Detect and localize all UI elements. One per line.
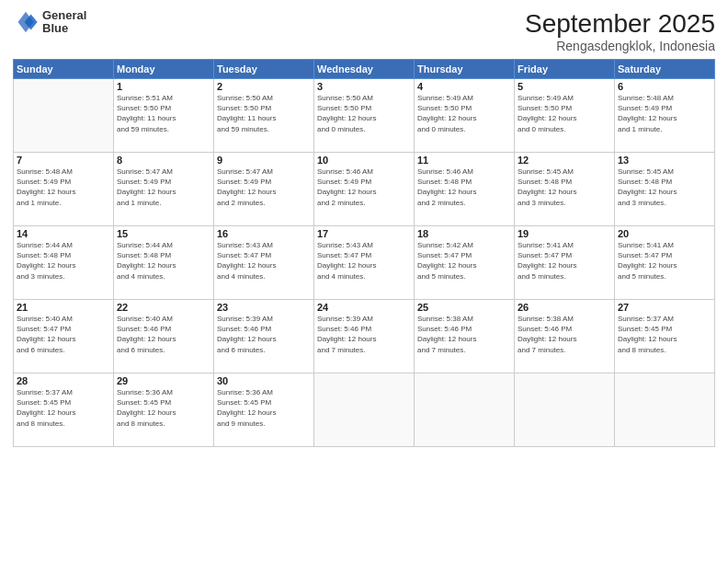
calendar-cell: 2Sunrise: 5:50 AM Sunset: 5:50 PM Daylig… <box>214 79 314 153</box>
day-number: 10 <box>317 155 411 166</box>
day-number: 6 <box>618 81 711 92</box>
day-number: 5 <box>518 81 611 92</box>
header-cell-sunday: Sunday <box>14 60 114 79</box>
calendar-cell: 23Sunrise: 5:39 AM Sunset: 5:46 PM Dayli… <box>214 300 314 373</box>
day-info: Sunrise: 5:43 AM Sunset: 5:47 PM Dayligh… <box>317 240 411 282</box>
day-info: Sunrise: 5:44 AM Sunset: 5:48 PM Dayligh… <box>117 240 210 282</box>
day-number: 27 <box>618 302 711 313</box>
day-number: 14 <box>17 228 110 239</box>
day-info: Sunrise: 5:46 AM Sunset: 5:48 PM Dayligh… <box>417 167 511 208</box>
calendar-cell: 10Sunrise: 5:46 AM Sunset: 5:49 PM Dayli… <box>314 153 415 226</box>
day-info: Sunrise: 5:44 AM Sunset: 5:48 PM Dayligh… <box>17 240 110 282</box>
day-number: 2 <box>217 81 311 92</box>
day-number: 28 <box>17 375 110 386</box>
day-info: Sunrise: 5:51 AM Sunset: 5:50 PM Dayligh… <box>117 93 210 134</box>
day-number: 8 <box>117 155 210 166</box>
day-number: 3 <box>317 81 411 92</box>
calendar-cell: 4Sunrise: 5:49 AM Sunset: 5:50 PM Daylig… <box>415 79 515 153</box>
day-info: Sunrise: 5:47 AM Sunset: 5:49 PM Dayligh… <box>217 167 311 208</box>
calendar-cell <box>314 373 415 447</box>
day-number: 21 <box>17 302 110 313</box>
calendar-cell: 21Sunrise: 5:40 AM Sunset: 5:47 PM Dayli… <box>14 300 114 373</box>
week-row-4: 28Sunrise: 5:37 AM Sunset: 5:45 PM Dayli… <box>14 373 715 447</box>
calendar-cell: 26Sunrise: 5:38 AM Sunset: 5:46 PM Dayli… <box>515 300 615 373</box>
day-number: 19 <box>518 228 611 239</box>
day-info: Sunrise: 5:49 AM Sunset: 5:50 PM Dayligh… <box>417 93 511 134</box>
day-info: Sunrise: 5:39 AM Sunset: 5:46 PM Dayligh… <box>217 314 311 355</box>
header-cell-wednesday: Wednesday <box>314 60 415 79</box>
calendar-cell: 12Sunrise: 5:45 AM Sunset: 5:48 PM Dayli… <box>515 153 615 226</box>
day-number: 22 <box>117 302 210 313</box>
day-info: Sunrise: 5:38 AM Sunset: 5:46 PM Dayligh… <box>518 314 611 355</box>
day-info: Sunrise: 5:49 AM Sunset: 5:50 PM Dayligh… <box>518 93 611 134</box>
calendar-cell: 17Sunrise: 5:43 AM Sunset: 5:47 PM Dayli… <box>314 226 415 300</box>
calendar-cell: 7Sunrise: 5:48 AM Sunset: 5:49 PM Daylig… <box>14 153 114 226</box>
day-info: Sunrise: 5:46 AM Sunset: 5:49 PM Dayligh… <box>317 167 411 208</box>
day-info: Sunrise: 5:41 AM Sunset: 5:47 PM Dayligh… <box>618 240 711 282</box>
day-info: Sunrise: 5:37 AM Sunset: 5:45 PM Dayligh… <box>17 387 110 429</box>
week-row-1: 7Sunrise: 5:48 AM Sunset: 5:49 PM Daylig… <box>14 153 715 226</box>
logo: General Blue <box>13 9 86 36</box>
week-row-0: 1Sunrise: 5:51 AM Sunset: 5:50 PM Daylig… <box>14 79 715 153</box>
day-info: Sunrise: 5:38 AM Sunset: 5:46 PM Dayligh… <box>417 314 511 355</box>
location: Rengasdengklok, Indonesia <box>525 39 715 53</box>
calendar-table: SundayMondayTuesdayWednesdayThursdayFrid… <box>13 59 715 447</box>
day-number: 13 <box>618 155 711 166</box>
day-info: Sunrise: 5:40 AM Sunset: 5:47 PM Dayligh… <box>17 314 110 355</box>
day-number: 16 <box>217 228 311 239</box>
day-number: 18 <box>417 228 511 239</box>
day-info: Sunrise: 5:37 AM Sunset: 5:45 PM Dayligh… <box>618 314 711 355</box>
header-row: SundayMondayTuesdayWednesdayThursdayFrid… <box>14 60 715 79</box>
day-number: 11 <box>417 155 511 166</box>
day-info: Sunrise: 5:39 AM Sunset: 5:46 PM Dayligh… <box>317 314 411 355</box>
logo-icon <box>13 9 39 35</box>
week-row-2: 14Sunrise: 5:44 AM Sunset: 5:48 PM Dayli… <box>14 226 715 300</box>
calendar-cell <box>14 79 114 153</box>
calendar-cell: 15Sunrise: 5:44 AM Sunset: 5:48 PM Dayli… <box>114 226 214 300</box>
day-info: Sunrise: 5:36 AM Sunset: 5:45 PM Dayligh… <box>117 387 210 429</box>
header: General Blue September 2025 Rengasdengkl… <box>13 9 715 53</box>
calendar-cell: 5Sunrise: 5:49 AM Sunset: 5:50 PM Daylig… <box>515 79 615 153</box>
day-info: Sunrise: 5:48 AM Sunset: 5:49 PM Dayligh… <box>17 167 110 208</box>
header-cell-monday: Monday <box>114 60 214 79</box>
calendar-cell: 22Sunrise: 5:40 AM Sunset: 5:46 PM Dayli… <box>114 300 214 373</box>
week-row-3: 21Sunrise: 5:40 AM Sunset: 5:47 PM Dayli… <box>14 300 715 373</box>
day-info: Sunrise: 5:42 AM Sunset: 5:47 PM Dayligh… <box>417 240 511 282</box>
calendar-cell: 25Sunrise: 5:38 AM Sunset: 5:46 PM Dayli… <box>415 300 515 373</box>
calendar-cell: 19Sunrise: 5:41 AM Sunset: 5:47 PM Dayli… <box>515 226 615 300</box>
day-number: 17 <box>317 228 411 239</box>
day-number: 7 <box>17 155 110 166</box>
day-info: Sunrise: 5:50 AM Sunset: 5:50 PM Dayligh… <box>217 93 311 134</box>
header-cell-friday: Friday <box>515 60 615 79</box>
day-number: 20 <box>618 228 711 239</box>
day-info: Sunrise: 5:45 AM Sunset: 5:48 PM Dayligh… <box>618 167 711 208</box>
day-number: 24 <box>317 302 411 313</box>
calendar-cell <box>415 373 515 447</box>
calendar-cell: 9Sunrise: 5:47 AM Sunset: 5:49 PM Daylig… <box>214 153 314 226</box>
day-number: 29 <box>117 375 210 386</box>
day-info: Sunrise: 5:48 AM Sunset: 5:49 PM Dayligh… <box>618 93 711 134</box>
calendar-cell: 6Sunrise: 5:48 AM Sunset: 5:49 PM Daylig… <box>615 79 715 153</box>
calendar-cell: 3Sunrise: 5:50 AM Sunset: 5:50 PM Daylig… <box>314 79 415 153</box>
day-info: Sunrise: 5:50 AM Sunset: 5:50 PM Dayligh… <box>317 93 411 134</box>
month-title: September 2025 <box>525 9 715 39</box>
day-number: 9 <box>217 155 311 166</box>
day-number: 25 <box>417 302 511 313</box>
calendar-cell: 8Sunrise: 5:47 AM Sunset: 5:49 PM Daylig… <box>114 153 214 226</box>
calendar-cell: 29Sunrise: 5:36 AM Sunset: 5:45 PM Dayli… <box>114 373 214 447</box>
calendar-cell: 11Sunrise: 5:46 AM Sunset: 5:48 PM Dayli… <box>415 153 515 226</box>
day-number: 26 <box>518 302 611 313</box>
calendar-cell: 13Sunrise: 5:45 AM Sunset: 5:48 PM Dayli… <box>615 153 715 226</box>
day-number: 23 <box>217 302 311 313</box>
header-cell-thursday: Thursday <box>415 60 515 79</box>
day-number: 4 <box>417 81 511 92</box>
page: General Blue September 2025 Rengasdengkl… <box>0 0 728 563</box>
header-cell-saturday: Saturday <box>615 60 715 79</box>
day-number: 12 <box>518 155 611 166</box>
calendar-cell: 14Sunrise: 5:44 AM Sunset: 5:48 PM Dayli… <box>14 226 114 300</box>
calendar-cell <box>515 373 615 447</box>
day-info: Sunrise: 5:47 AM Sunset: 5:49 PM Dayligh… <box>117 167 210 208</box>
calendar-cell: 16Sunrise: 5:43 AM Sunset: 5:47 PM Dayli… <box>214 226 314 300</box>
calendar-cell: 18Sunrise: 5:42 AM Sunset: 5:47 PM Dayli… <box>415 226 515 300</box>
calendar-cell: 1Sunrise: 5:51 AM Sunset: 5:50 PM Daylig… <box>114 79 214 153</box>
